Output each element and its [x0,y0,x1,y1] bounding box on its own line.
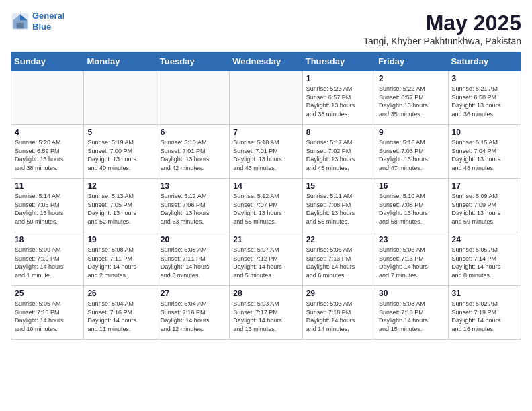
calendar-cell: 19Sunrise: 5:08 AM Sunset: 7:11 PM Dayli… [84,232,157,286]
day-number: 2 [379,74,444,83]
calendar-cell [84,71,157,125]
calendar-week-row-2: 4Sunrise: 5:20 AM Sunset: 6:59 PM Daylig… [11,125,521,179]
day-number: 6 [161,128,226,137]
day-number: 9 [379,128,444,137]
day-number: 24 [452,235,517,244]
day-info: Sunrise: 5:02 AM Sunset: 7:19 PM Dayligh… [452,300,517,333]
day-number: 19 [87,235,152,244]
day-info: Sunrise: 5:11 AM Sunset: 7:08 PM Dayligh… [306,192,371,226]
calendar-cell [157,71,229,125]
day-number: 29 [306,289,371,298]
calendar-cell: 20Sunrise: 5:08 AM Sunset: 7:11 PM Dayli… [157,232,229,286]
calendar-cell: 11Sunrise: 5:14 AM Sunset: 7:05 PM Dayli… [11,179,84,232]
day-number: 21 [233,235,298,244]
day-info: Sunrise: 5:13 AM Sunset: 7:05 PM Dayligh… [87,192,152,226]
calendar-cell: 4Sunrise: 5:20 AM Sunset: 6:59 PM Daylig… [11,125,84,179]
day-info: Sunrise: 5:07 AM Sunset: 7:12 PM Dayligh… [233,246,298,279]
day-number: 27 [161,289,226,298]
day-info: Sunrise: 5:23 AM Sunset: 6:57 PM Dayligh… [306,85,371,118]
calendar-cell: 26Sunrise: 5:04 AM Sunset: 7:16 PM Dayli… [84,286,157,340]
calendar-cell: 25Sunrise: 5:05 AM Sunset: 7:15 PM Dayli… [11,286,84,340]
calendar-cell: 17Sunrise: 5:09 AM Sunset: 7:09 PM Dayli… [448,179,521,232]
logo-blue: Blue [32,21,51,32]
day-info: Sunrise: 5:19 AM Sunset: 7:00 PM Dayligh… [87,138,152,172]
day-number: 30 [379,289,444,298]
day-number: 8 [306,128,371,137]
page-title: May 2025 [363,11,521,36]
day-info: Sunrise: 5:03 AM Sunset: 7:18 PM Dayligh… [379,300,444,333]
day-info: Sunrise: 5:16 AM Sunset: 7:03 PM Dayligh… [379,138,444,172]
logo-general: General [32,11,64,21]
calendar-cell: 5Sunrise: 5:19 AM Sunset: 7:00 PM Daylig… [84,125,157,179]
day-info: Sunrise: 5:12 AM Sunset: 7:06 PM Dayligh… [161,192,226,226]
calendar-cell: 27Sunrise: 5:04 AM Sunset: 7:16 PM Dayli… [157,286,229,340]
calendar-week-row-4: 18Sunrise: 5:09 AM Sunset: 7:10 PM Dayli… [11,232,521,286]
calendar-cell: 28Sunrise: 5:03 AM Sunset: 7:17 PM Dayli… [230,286,302,340]
calendar-cell [11,71,84,125]
svg-rect-4 [17,22,24,28]
calendar-week-row-5: 25Sunrise: 5:05 AM Sunset: 7:15 PM Dayli… [11,286,521,340]
calendar-cell: 23Sunrise: 5:06 AM Sunset: 7:13 PM Dayli… [375,232,448,286]
day-info: Sunrise: 5:08 AM Sunset: 7:11 PM Dayligh… [87,246,152,279]
calendar-table: SundayMondayTuesdayWednesdayThursdayFrid… [11,52,521,340]
calendar-cell: 10Sunrise: 5:15 AM Sunset: 7:04 PM Dayli… [448,125,521,179]
day-info: Sunrise: 5:05 AM Sunset: 7:14 PM Dayligh… [452,246,517,279]
weekday-header-sunday: Sunday [11,52,84,71]
day-info: Sunrise: 5:20 AM Sunset: 6:59 PM Dayligh… [15,138,80,172]
day-number: 13 [161,181,226,191]
calendar-cell: 9Sunrise: 5:16 AM Sunset: 7:03 PM Daylig… [375,125,448,179]
calendar-cell: 30Sunrise: 5:03 AM Sunset: 7:18 PM Dayli… [375,286,448,340]
day-info: Sunrise: 5:18 AM Sunset: 7:01 PM Dayligh… [233,138,298,172]
day-info: Sunrise: 5:09 AM Sunset: 7:09 PM Dayligh… [452,192,517,226]
day-number: 22 [306,235,371,244]
title-area: May 2025 Tangi, Khyber Pakhtunkhwa, Paki… [363,11,521,46]
day-number: 17 [452,181,517,191]
header: General Blue May 2025 Tangi, Khyber Pakh… [11,11,521,46]
calendar-cell: 3Sunrise: 5:21 AM Sunset: 6:58 PM Daylig… [448,71,521,125]
day-number: 7 [233,128,298,137]
calendar-week-row-1: 1Sunrise: 5:23 AM Sunset: 6:57 PM Daylig… [11,71,521,125]
calendar-cell: 18Sunrise: 5:09 AM Sunset: 7:10 PM Dayli… [11,232,84,286]
calendar-cell: 21Sunrise: 5:07 AM Sunset: 7:12 PM Dayli… [230,232,302,286]
day-info: Sunrise: 5:03 AM Sunset: 7:17 PM Dayligh… [233,300,298,333]
day-number: 25 [15,289,80,298]
calendar-cell: 1Sunrise: 5:23 AM Sunset: 6:57 PM Daylig… [302,71,375,125]
calendar-cell: 29Sunrise: 5:03 AM Sunset: 7:18 PM Dayli… [302,286,375,340]
calendar-cell: 24Sunrise: 5:05 AM Sunset: 7:14 PM Dayli… [448,232,521,286]
day-info: Sunrise: 5:09 AM Sunset: 7:10 PM Dayligh… [15,246,80,279]
day-info: Sunrise: 5:14 AM Sunset: 7:05 PM Dayligh… [15,192,80,226]
day-number: 4 [15,128,80,137]
calendar-cell: 7Sunrise: 5:18 AM Sunset: 7:01 PM Daylig… [230,125,302,179]
day-info: Sunrise: 5:06 AM Sunset: 7:13 PM Dayligh… [379,246,444,279]
day-info: Sunrise: 5:05 AM Sunset: 7:15 PM Dayligh… [15,300,80,333]
calendar-cell: 31Sunrise: 5:02 AM Sunset: 7:19 PM Dayli… [448,286,521,340]
day-number: 31 [452,289,517,298]
calendar-cell: 22Sunrise: 5:06 AM Sunset: 7:13 PM Dayli… [302,232,375,286]
calendar-cell: 6Sunrise: 5:18 AM Sunset: 7:01 PM Daylig… [157,125,229,179]
logo-icon [11,12,30,31]
day-info: Sunrise: 5:10 AM Sunset: 7:08 PM Dayligh… [379,192,444,226]
calendar-cell: 12Sunrise: 5:13 AM Sunset: 7:05 PM Dayli… [84,179,157,232]
calendar-cell: 2Sunrise: 5:22 AM Sunset: 6:57 PM Daylig… [375,71,448,125]
calendar-cell: 13Sunrise: 5:12 AM Sunset: 7:06 PM Dayli… [157,179,229,232]
day-info: Sunrise: 5:22 AM Sunset: 6:57 PM Dayligh… [379,85,444,118]
day-info: Sunrise: 5:17 AM Sunset: 7:02 PM Dayligh… [306,138,371,172]
day-number: 28 [233,289,298,298]
day-number: 26 [87,289,152,298]
calendar-cell: 14Sunrise: 5:12 AM Sunset: 7:07 PM Dayli… [230,179,302,232]
day-info: Sunrise: 5:06 AM Sunset: 7:13 PM Dayligh… [306,246,371,279]
day-number: 12 [87,181,152,191]
day-number: 3 [452,74,517,83]
day-info: Sunrise: 5:18 AM Sunset: 7:01 PM Dayligh… [161,138,226,172]
weekday-header-wednesday: Wednesday [230,52,302,71]
day-number: 11 [15,181,80,191]
weekday-header-tuesday: Tuesday [157,52,229,71]
day-info: Sunrise: 5:04 AM Sunset: 7:16 PM Dayligh… [87,300,152,333]
calendar-week-row-3: 11Sunrise: 5:14 AM Sunset: 7:05 PM Dayli… [11,179,521,232]
logo: General Blue [11,11,64,32]
day-info: Sunrise: 5:04 AM Sunset: 7:16 PM Dayligh… [161,300,226,333]
calendar-cell: 16Sunrise: 5:10 AM Sunset: 7:08 PM Dayli… [375,179,448,232]
weekday-header-monday: Monday [84,52,157,71]
day-number: 10 [452,128,517,137]
day-info: Sunrise: 5:15 AM Sunset: 7:04 PM Dayligh… [452,138,517,172]
